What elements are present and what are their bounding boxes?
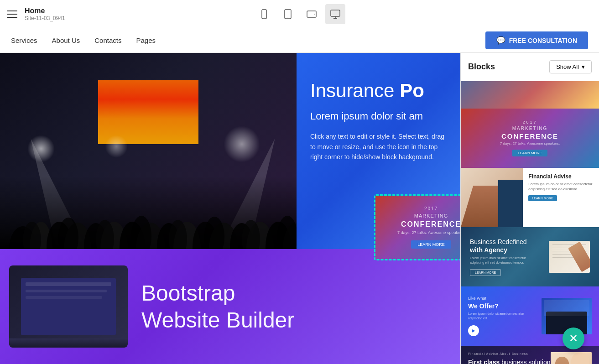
block-first-class[interactable]: Financial Advise About Business First cl…	[461, 346, 599, 364]
show-all-label: Show All	[556, 63, 579, 70]
bo-body-text: Lorem ipsum dolor sit amet consectetur a…	[468, 312, 532, 321]
tablet-device-icon[interactable]	[278, 4, 298, 24]
canvas: Insurance Po Lorem ipsum dolor sit am Cl…	[0, 53, 460, 364]
bb-title: Business Redefined with Agency	[470, 238, 529, 254]
nav-link-pages[interactable]: Pages	[136, 36, 156, 44]
business-content-left: Business Redefined with Agency Lorem ips…	[470, 238, 529, 276]
dashed-card-conference: CONFERENCE	[401, 220, 460, 229]
nav-link-contacts[interactable]: Contacts	[94, 36, 121, 44]
bm-learn-more-btn[interactable]: LEARN MORE	[512, 150, 547, 156]
bfc-title-pre: First class	[468, 359, 500, 364]
bb-title-text: Business Redefined	[470, 238, 527, 245]
svg-rect-6	[331, 10, 340, 16]
bm-subtitle: 7 days. 27 talks. Awesome speakers.	[500, 141, 560, 146]
landscape-tablet-device-icon[interactable]	[302, 4, 322, 24]
bo-title-we: We Offer?	[468, 302, 499, 310]
bootstrap-text: Bootstrap Website Builder	[141, 281, 294, 333]
svg-rect-2	[285, 10, 291, 19]
laptop-image	[9, 265, 128, 348]
chat-icon: 💬	[496, 36, 505, 45]
device-switcher	[254, 4, 345, 24]
bo-pre: Like What	[468, 296, 532, 301]
site-id: Site-11-03_0941	[25, 15, 65, 21]
bf-text: Lorem ipsum dolor sit amet consectetur a…	[528, 182, 594, 192]
svg-rect-4	[307, 11, 316, 17]
bfc-image-right	[551, 352, 592, 364]
bootstrap-line1: Bootstrap	[141, 281, 294, 306]
laptop-screen	[21, 278, 116, 335]
offer-play-button[interactable]: ▶	[468, 325, 479, 336]
hero-title-bold: Po	[400, 80, 424, 101]
financial-image	[461, 168, 523, 227]
cta-label: FREE CONSULTATION	[509, 37, 577, 44]
hero-concert-image	[0, 53, 297, 249]
bm-year: 2017	[522, 120, 537, 125]
bb-body-text: Lorem ipsum dolor sit amet consectetur a…	[470, 256, 529, 265]
crowd-svg	[0, 158, 297, 249]
spotlight-left	[27, 135, 55, 162]
spotlight-center	[105, 135, 128, 158]
svg-point-30	[204, 217, 224, 249]
concert-screen	[98, 80, 198, 144]
home-info: Home Site-11-03_0941	[25, 7, 65, 21]
nav-link-about[interactable]: About Us	[52, 36, 80, 44]
hamburger-menu[interactable]	[7, 10, 17, 18]
nav-link-services[interactable]: Services	[11, 36, 37, 44]
mobile-device-icon[interactable]	[254, 4, 274, 24]
top-bar: Home Site-11-03_0941	[0, 0, 599, 28]
spotlight-right	[224, 126, 260, 162]
bb-learn-more-btn[interactable]: LEARN MORE	[470, 269, 501, 276]
financial-content: Financial Advise Lorem ipsum dolor sit a…	[523, 168, 599, 227]
sidebar-title: Blocks	[468, 62, 495, 72]
bootstrap-line2: Website Builder	[141, 307, 294, 333]
hero-title: Insurance Po	[310, 80, 447, 101]
svg-rect-0	[262, 10, 266, 19]
nav-bar: Services About Us Contacts Pages 💬 FREE …	[0, 28, 599, 53]
dashed-card-learn-more-btn[interactable]: LEARN MORE	[411, 240, 451, 249]
bootstrap-section: Bootstrap Website Builder	[0, 249, 460, 364]
chevron-down-icon: ▾	[582, 63, 585, 70]
close-fab-button[interactable]: ✕	[563, 328, 584, 349]
svg-point-32	[277, 216, 297, 249]
block-business-redefined[interactable]: Business Redefined with Agency Lorem ips…	[461, 227, 599, 286]
offer-image-right	[542, 298, 592, 334]
main-area: Insurance Po Lorem ipsum dolor sit am Cl…	[0, 53, 599, 364]
block-partial-top[interactable]	[461, 81, 599, 109]
cta-button[interactable]: 💬 FREE CONSULTATION	[485, 31, 588, 49]
blocks-sidebar: Blocks Show All ▾ 2017 MARKETING CONFERE…	[460, 53, 599, 364]
bm-marketing: MARKETING	[512, 126, 547, 131]
laptop-keyboard	[9, 338, 128, 348]
dashed-card-marketing: MARKETING	[414, 213, 448, 218]
home-title: Home	[25, 7, 65, 15]
bb-title-agency: with Agency	[470, 246, 507, 254]
desktop-device-icon[interactable]	[325, 4, 345, 24]
bm-conference: CONFERENCE	[501, 132, 558, 140]
block-marketing-conference[interactable]: 2017 MARKETING CONFERENCE 7 days. 27 tal…	[461, 109, 599, 168]
hero-body-text: Click any text to edit or style it. Sele…	[310, 131, 447, 162]
block-financial-advise[interactable]: Financial Advise Lorem ipsum dolor sit a…	[461, 168, 599, 227]
bf-learn-more-btn[interactable]: LEARN MORE	[528, 195, 557, 201]
hero-subtitle: Lorem ipsum dolor sit am	[310, 110, 447, 122]
offer-content-left: Like What We Offer? Lorem ipsum dolor si…	[468, 296, 532, 336]
bf-title: Financial Advise	[528, 173, 594, 180]
dragging-block-card[interactable]: 2017 MARKETING CONFERENCE 7 days. 27 tal…	[374, 194, 460, 260]
bo-title: We Offer?	[468, 302, 532, 310]
dashed-card-year: 2017	[424, 206, 438, 211]
sidebar-header: Blocks Show All ▾	[461, 53, 599, 81]
dashed-card-subtitle: 7 days. 27 talks. Awesome speakers.	[397, 230, 460, 235]
show-all-button[interactable]: Show All ▾	[549, 60, 592, 73]
business-image-right	[549, 241, 590, 273]
sidebar-blocks-list: 2017 MARKETING CONFERENCE 7 days. 27 tal…	[461, 81, 599, 364]
svg-point-28	[131, 216, 151, 249]
hero-title-insurance: Insurance	[310, 80, 400, 101]
